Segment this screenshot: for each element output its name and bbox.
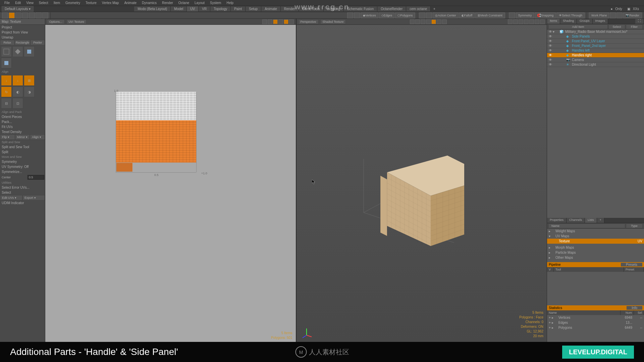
- panel-tab-images[interactable]: Images: [593, 19, 608, 24]
- snapping-button[interactable]: 🧲 Snapping: [535, 12, 556, 18]
- align-dropdown[interactable]: Align ▾: [30, 134, 45, 140]
- uv-texture-dropdown[interactable]: UV: Texture: [66, 19, 87, 24]
- only-toggle[interactable]: ● Only: [609, 7, 625, 11]
- uv-island-orange-large[interactable]: [116, 120, 196, 162]
- menu-layout[interactable]: Layout: [192, 1, 207, 5]
- align-tool-1[interactable]: ↓: [1, 75, 12, 86]
- menu-vertexmap[interactable]: Vertex Map: [99, 1, 122, 5]
- v3d-btn-1[interactable]: [410, 19, 415, 24]
- falloff-button[interactable]: ◐ Falloff: [459, 12, 475, 18]
- add-item-button[interactable]: Add Item: [548, 24, 608, 29]
- tool-extra1[interactable]: [36, 12, 42, 18]
- udim-button[interactable]: UDIM Indicator: [0, 200, 45, 205]
- props-tab-channels[interactable]: Channels: [567, 218, 585, 223]
- shaded-dropdown[interactable]: Shaded Texture: [320, 19, 346, 24]
- tab-model[interactable]: Model: [171, 6, 187, 11]
- v3d-btn-7[interactable]: [442, 19, 447, 24]
- split-sew-tool-button[interactable]: Split and Sew Tool: [0, 144, 45, 149]
- mesh-box[interactable]: [337, 142, 464, 249]
- select-through-button[interactable]: 👁 Select Through: [556, 12, 585, 18]
- work-plane-button[interactable]: Work Plane: [589, 12, 609, 18]
- align-tool-6[interactable]: ◑: [24, 86, 35, 97]
- menu-view[interactable]: View: [23, 1, 36, 5]
- uv-options-dropdown[interactable]: Options...: [47, 19, 65, 24]
- v3d-btn-r7[interactable]: [540, 19, 545, 24]
- item-handles-left[interactable]: 👁 ◆ Handles left: [547, 48, 644, 53]
- mesh-constraint-button[interactable]: ⊞ Mesh Constraint: [475, 12, 505, 18]
- menu-geometry[interactable]: Geometry: [63, 1, 83, 5]
- center-icon2[interactable]: [426, 12, 432, 18]
- map-other[interactable]: ▸Other Maps: [547, 255, 644, 260]
- orient-button[interactable]: Orient Pieces: [0, 114, 45, 119]
- sym-icon[interactable]: [509, 12, 515, 18]
- menu-edit[interactable]: Edit: [12, 1, 23, 5]
- item-camera[interactable]: 👁 📷 Camera: [547, 58, 644, 62]
- item-side-panels[interactable]: 👁 ◆ Side Panels: [547, 34, 644, 39]
- select-button[interactable]: Select: [0, 190, 45, 195]
- tab-paint[interactable]: Paint: [231, 6, 246, 11]
- v3d-btn-r1[interactable]: [508, 19, 513, 24]
- stat-edges[interactable]: + ▸Edges13...: [547, 320, 644, 325]
- panel-tab-shading[interactable]: Shading: [560, 19, 577, 24]
- tab-topology[interactable]: Topology: [210, 6, 231, 11]
- item-front-panel-uv[interactable]: 👁 ◆ Front Panel_UV Layer: [547, 39, 644, 44]
- uv-viewport[interactable]: Options... UV: Texture 1.0 0.5 +1.0 5 It…: [45, 19, 297, 342]
- menu-file[interactable]: File: [2, 1, 12, 5]
- align-tool-8[interactable]: ⊡: [12, 98, 23, 109]
- wp-icon2[interactable]: [616, 12, 623, 18]
- menu-animate[interactable]: Animate: [121, 1, 139, 5]
- panel-tab-groups[interactable]: Groups: [577, 19, 593, 24]
- wp-icon1[interactable]: [610, 12, 616, 18]
- tab-uv[interactable]: UV: [187, 6, 199, 11]
- align-icon-1[interactable]: [1, 46, 12, 57]
- menu-octane[interactable]: Octane: [176, 1, 192, 5]
- align-icon-4[interactable]: [1, 58, 12, 68]
- uv-btn-4[interactable]: [278, 19, 283, 24]
- uv-canvas[interactable]: 1.0 0.5 +1.0 5 Items Polygons: 501: [45, 25, 296, 342]
- tab-octanerender[interactable]: OctaneRender: [377, 6, 406, 11]
- 3d-viewport[interactable]: Perspective Shaded Texture: [297, 19, 547, 342]
- select-error-button[interactable]: Select Error UVs...: [0, 185, 45, 190]
- 3d-canvas[interactable]: 5 Items Polygons : Face Channels: 0 Defo…: [297, 25, 547, 342]
- mirror-dropdown[interactable]: Mirror ▾: [15, 134, 30, 140]
- tool-rotate[interactable]: [15, 12, 21, 18]
- edges-button[interactable]: ◇ Edges: [379, 12, 395, 18]
- peeler-button[interactable]: Peeler: [30, 40, 45, 45]
- tool-move[interactable]: [9, 12, 15, 18]
- map-particle[interactable]: ▸Particle Maps: [547, 250, 644, 255]
- flip-dropdown[interactable]: Flip ▾: [0, 134, 15, 140]
- menu-help[interactable]: Help: [224, 1, 236, 5]
- uv-symmetry-button[interactable]: UV Symmetry: Off: [0, 164, 45, 169]
- uv-btn-1[interactable]: [262, 19, 267, 24]
- v3d-btn-6[interactable]: [437, 19, 441, 24]
- tab-animate[interactable]: Animate: [261, 6, 281, 11]
- uv-btn-3[interactable]: [273, 19, 278, 24]
- map-weight[interactable]: ▸Weight Maps: [547, 229, 644, 234]
- menu-texture[interactable]: Texture: [83, 1, 99, 5]
- v3d-btn-r4[interactable]: [524, 19, 529, 24]
- filter-button-panel[interactable]: Filter: [626, 24, 643, 29]
- map-uv[interactable]: ▾UV Maps: [547, 234, 644, 239]
- uv-island-white[interactable]: [116, 92, 196, 120]
- export-dropdown[interactable]: Export ▾: [22, 195, 45, 200]
- v3d-btn-2[interactable]: [415, 19, 420, 24]
- symmetry-button[interactable]: Symmetry: [0, 159, 45, 164]
- tab-setup[interactable]: Setup: [246, 6, 261, 11]
- tool-extra2[interactable]: [42, 12, 48, 18]
- tool-scale[interactable]: [22, 12, 28, 18]
- props-tab-add[interactable]: +: [597, 218, 604, 223]
- axis-widget[interactable]: [300, 325, 313, 339]
- edit-uvs-dropdown[interactable]: Edit UVs ▾: [0, 195, 22, 200]
- center-input[interactable]: [28, 175, 44, 180]
- v3d-btn-3[interactable]: [421, 19, 425, 24]
- menu-render[interactable]: Render: [159, 1, 176, 5]
- project-button[interactable]: Project: [0, 25, 45, 30]
- align-icon-3[interactable]: [24, 46, 35, 57]
- texel-button[interactable]: Texel Density: [0, 129, 45, 134]
- align-tool-4[interactable]: ↻: [1, 86, 12, 97]
- map-morph[interactable]: ▸Morph Maps: [547, 245, 644, 250]
- item-light[interactable]: 👁 ☀ Directional Light: [547, 62, 644, 67]
- polygons-button[interactable]: ⬡ Polygons: [395, 12, 415, 18]
- align-tool-7[interactable]: ⊟: [1, 98, 12, 109]
- props-tab-properties[interactable]: Properties: [547, 218, 567, 223]
